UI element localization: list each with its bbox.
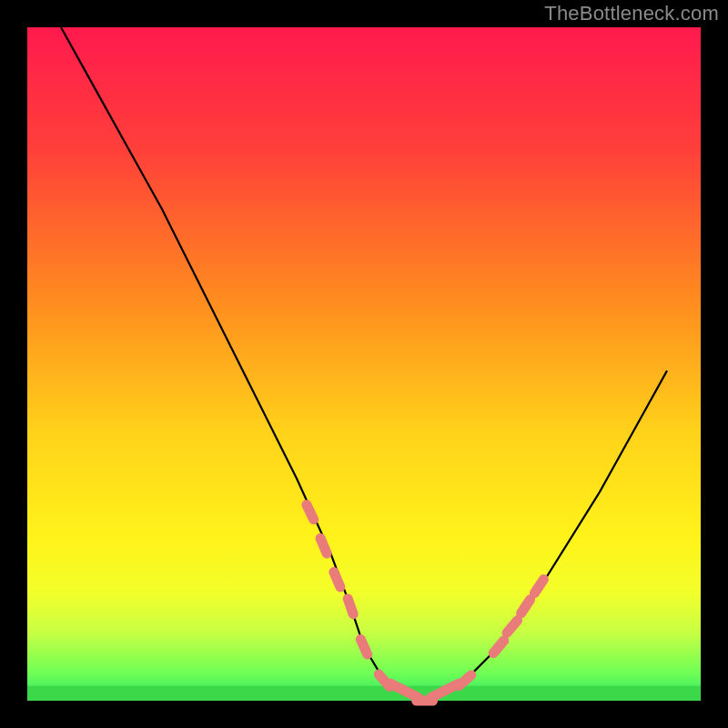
accent-dot (307, 505, 314, 520)
accent-dot (334, 572, 340, 588)
chart-container: TheBottleneck.com (0, 0, 728, 728)
accent-dot (320, 539, 327, 554)
accent-dot (360, 640, 367, 654)
plot-background (27, 27, 701, 701)
green-band (27, 686, 701, 701)
bottleneck-chart (0, 0, 728, 728)
watermark-text: TheBottleneck.com (544, 2, 719, 25)
accent-dot (348, 599, 353, 614)
